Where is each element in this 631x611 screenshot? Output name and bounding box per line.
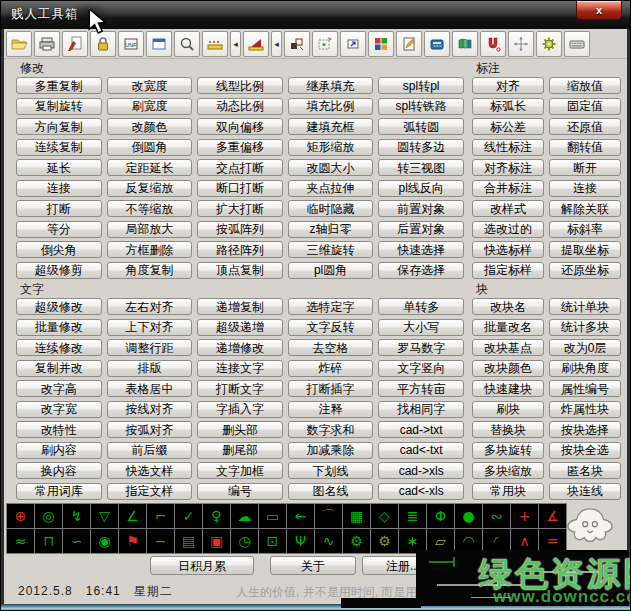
tool-button[interactable]: 刷内容 — [16, 442, 102, 459]
tool-button[interactable]: cad<-txt — [378, 442, 464, 459]
tool-button[interactable]: 方向复制 — [16, 118, 102, 135]
tool-button[interactable]: 按弧阵列 — [197, 221, 283, 238]
point-draw-button[interactable] — [508, 31, 534, 57]
tool-button[interactable]: 固定值 — [549, 98, 621, 115]
tool-button[interactable]: 复制旋转 — [16, 98, 102, 115]
tool-button[interactable]: 前置对象 — [378, 200, 464, 217]
tool-button[interactable]: 延长 — [16, 159, 102, 176]
tool-button[interactable]: 连接 — [549, 180, 621, 197]
tool-button[interactable]: 反复缩放 — [107, 180, 193, 197]
palette-icon[interactable]: − — [147, 529, 174, 553]
insert-link-button[interactable] — [340, 31, 366, 57]
tool-button[interactable]: 多块缩放 — [472, 462, 544, 479]
palette-icon[interactable]: ⚙ — [371, 529, 398, 553]
palette-icon[interactable]: Φ — [427, 504, 454, 528]
palette-icon[interactable]: ◷ — [231, 529, 258, 553]
tool-button[interactable]: 表格居中 — [107, 380, 193, 397]
open-file-button[interactable] — [6, 31, 32, 57]
tool-button[interactable]: 块连线 — [549, 483, 621, 500]
tool-button[interactable]: 超级递增 — [197, 319, 283, 336]
tool-button[interactable]: 递增复制 — [197, 298, 283, 315]
tool-button[interactable]: 连续修改 — [16, 339, 102, 356]
tool-button[interactable]: 按块全选 — [549, 442, 621, 459]
tool-button[interactable]: 连接文字 — [197, 360, 283, 377]
palette-icon[interactable]: ≣ — [399, 504, 426, 528]
tool-button[interactable]: 快选文样 — [107, 462, 193, 479]
tool-button[interactable]: 对齐 — [472, 77, 544, 94]
tool-button[interactable]: 刷块角度 — [549, 360, 621, 377]
tool-button[interactable]: 转三视图 — [378, 159, 464, 176]
tool-button[interactable]: 合并标注 — [472, 180, 544, 197]
tool-button[interactable]: 批量改名 — [472, 319, 544, 336]
tool-button[interactable]: 刷块 — [472, 401, 544, 418]
tool-button[interactable]: cad->xls — [378, 462, 464, 479]
tool-button[interactable]: 编号 — [197, 483, 283, 500]
tool-button[interactable]: 扩大打断 — [197, 200, 283, 217]
palette-icon[interactable]: ∾ — [483, 504, 510, 528]
tool-button[interactable]: 断开 — [549, 159, 621, 176]
palette-icon[interactable]: Ψ — [287, 529, 314, 553]
tool-button[interactable]: 圆转多边 — [378, 139, 464, 156]
tool-button[interactable]: 文字竖向 — [378, 360, 464, 377]
palette-icon[interactable]: ▦ — [343, 504, 370, 528]
tool-button[interactable]: 调整行距 — [107, 339, 193, 356]
tool-button[interactable]: 前后缀 — [107, 442, 193, 459]
palette-icon[interactable]: ☁ — [231, 504, 258, 528]
tool-button[interactable]: 三维旋转 — [288, 241, 374, 258]
tool-button[interactable]: 打断文字 — [197, 380, 283, 397]
palette-icon[interactable]: ⚑ — [119, 529, 146, 553]
tool-button[interactable]: 超级修改 — [16, 298, 102, 315]
tool-button[interactable]: 打断插字 — [288, 380, 374, 397]
tool-button[interactable]: 改字宽 — [16, 401, 102, 418]
tool-button[interactable]: 弧转圆 — [378, 118, 464, 135]
magnet-osnap-button[interactable] — [480, 31, 506, 57]
tool-button[interactable]: 单转多 — [378, 298, 464, 315]
tool-button[interactable]: 炸碎 — [288, 360, 374, 377]
tool-button[interactable]: 夹点拉伸 — [288, 180, 374, 197]
tool-button[interactable]: 局部放大 — [107, 221, 193, 238]
tool-button[interactable]: 填充比例 — [288, 98, 374, 115]
palette-icon[interactable]: ▭ — [259, 504, 286, 528]
tool-button[interactable]: 交点打断 — [197, 159, 283, 176]
tool-button[interactable]: 多重偏移 — [197, 139, 283, 156]
tool-button[interactable]: 超级修剪 — [16, 262, 102, 279]
palette-icon[interactable]: + — [511, 504, 538, 528]
tool-button[interactable]: 双向偏移 — [197, 118, 283, 135]
tool-button[interactable]: 临时隐藏 — [288, 200, 374, 217]
tool-button[interactable]: 不等缩放 — [107, 200, 193, 217]
palette-icon[interactable]: ⊓ — [35, 529, 62, 553]
tool-button[interactable]: 文字加框 — [197, 462, 283, 479]
tool-button[interactable]: 下划线 — [288, 462, 374, 479]
layer-dialog-button[interactable] — [146, 31, 172, 57]
block-library-button[interactable] — [452, 31, 478, 57]
daily-tips-button[interactable]: 日积月累 — [150, 556, 254, 575]
tool-button[interactable]: 刷宽度 — [107, 98, 193, 115]
flyout-arrow-icon[interactable]: ◂ — [230, 31, 241, 57]
tool-button[interactable]: 上下对齐 — [107, 319, 193, 336]
palette-icon[interactable]: ↯ — [63, 504, 90, 528]
tool-button[interactable]: 提取坐标 — [549, 241, 621, 258]
close-button[interactable]: x — [576, 1, 622, 20]
tool-button[interactable]: 改块名 — [472, 298, 544, 315]
tool-button[interactable]: 罗马数字 — [378, 339, 464, 356]
palette-icon[interactable]: ≈ — [7, 529, 34, 553]
tool-button[interactable]: 继承填充 — [288, 77, 374, 94]
tool-button[interactable]: 倒尖角 — [16, 241, 102, 258]
tool-button[interactable]: 排版 — [107, 360, 193, 377]
tool-button[interactable]: 多重复制 — [16, 77, 102, 94]
calculator-button[interactable] — [424, 31, 450, 57]
zoom-button[interactable] — [174, 31, 200, 57]
palette-icon[interactable]: ◎ — [35, 504, 62, 528]
tool-button[interactable]: 常用词库 — [16, 483, 102, 500]
tool-button[interactable]: 还原坐标 — [549, 262, 621, 279]
tool-button[interactable]: 大小写 — [378, 319, 464, 336]
tool-button[interactable]: spl转pl — [378, 77, 464, 94]
tool-button[interactable]: 文字反转 — [288, 319, 374, 336]
tool-button[interactable]: 连接 — [16, 180, 102, 197]
tool-button[interactable]: 去空格 — [288, 339, 374, 356]
palette-icon[interactable]: ▣ — [203, 529, 230, 553]
tool-button[interactable]: 快速建块 — [472, 380, 544, 397]
palette-icon[interactable]: ✓ — [175, 504, 202, 528]
tool-button[interactable]: 批量修改 — [16, 319, 102, 336]
tool-button[interactable]: 找相同字 — [378, 401, 464, 418]
